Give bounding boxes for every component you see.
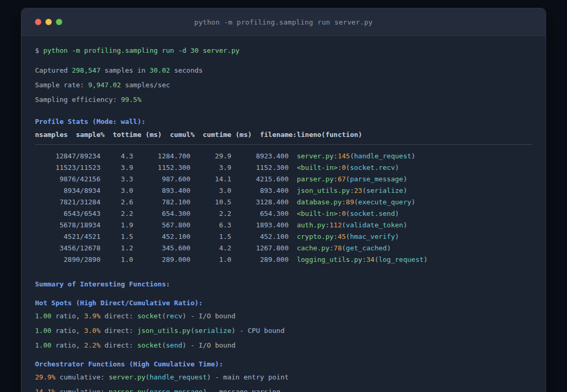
text-segment: 45 <box>338 233 346 240</box>
stats-row: 11523/11523 3.9 1152.300 3.9 1152.300 <b… <box>35 162 532 174</box>
text-segment: ratio, <box>51 327 84 335</box>
text-segment: ) <box>424 256 428 263</box>
hot-spot-line: 1.00 ratio, 2.2% direct: socket(send) - … <box>35 340 532 351</box>
text-segment: ) <box>403 187 407 194</box>
text-segment: direct: <box>100 312 137 320</box>
text-segment: ) <box>395 164 399 171</box>
text-segment: 9876/42156 3.3 987.600 14.1 4215.600 <box>35 175 297 183</box>
stats-column-header: nsamples sample% tottime (ms) cumul% cum… <box>35 129 532 141</box>
text-segment: serialize <box>194 327 231 335</box>
text-segment: nsamples sample% tottime (ms) cumul% cum… <box>35 131 362 139</box>
text-segment: : <box>333 152 338 160</box>
text-segment: 14.1% <box>35 388 55 392</box>
text-segment: serialize <box>366 187 403 194</box>
text-segment: ) <box>411 198 415 206</box>
sample-rate-line: Sample rate: 9,947.02 samples/sec <box>35 79 532 91</box>
profile-stats-heading: Profile Stats (Mode: wall): <box>35 116 532 128</box>
text-segment: 30.02 <box>149 66 170 74</box>
text-segment: 11523/11523 3.9 1152.300 3.9 1152.300 <box>35 164 297 171</box>
text-segment: samples in <box>100 66 149 74</box>
text-segment: json_utils.py <box>137 327 191 335</box>
text-segment: 2.2% <box>84 341 100 349</box>
text-segment: socket <box>137 312 162 320</box>
text-segment: socket <box>137 341 162 349</box>
desktop-background: python -m profiling.sampling run server.… <box>0 0 567 392</box>
text-segment: 8934/8934 3.0 893.400 3.0 893.400 <box>35 187 297 194</box>
text-segment: 9,947.02 <box>88 81 121 89</box>
text-segment: json_utils.py <box>297 187 350 194</box>
command-line: $ python -m profiling.sampling run -d 30… <box>35 45 532 56</box>
text-segment: 12847/89234 4.3 1284.700 29.9 8923.400 <box>35 152 297 160</box>
text-segment: execute_query <box>358 198 411 206</box>
orchestrator-line: 14.1% cumulative: parser.py(parse_messag… <box>35 386 532 392</box>
text-segment: 298,547 <box>72 66 100 74</box>
text-segment: hmac_verify <box>350 233 395 240</box>
text-segment: <built-in> <box>297 164 338 171</box>
minimize-button[interactable] <box>45 19 52 25</box>
text-segment: ( <box>362 187 366 194</box>
text-segment: ) <box>403 221 407 229</box>
text-segment: send <box>166 341 182 349</box>
text-segment: 112 <box>330 221 342 229</box>
text-segment: direct: <box>100 327 137 335</box>
text-segment: : <box>333 233 338 240</box>
efficiency-line: Sampling efficiency: 99.5% <box>35 94 532 106</box>
terminal-output: $ python -m profiling.sampling run -d 30… <box>35 45 532 392</box>
text-segment: parse_message <box>149 388 203 392</box>
text-segment: <built-in> <box>297 210 338 217</box>
maximize-button[interactable] <box>56 19 62 25</box>
text-segment: 145 <box>338 152 350 160</box>
text-segment: ) <box>387 244 391 252</box>
text-segment: ) <box>411 152 415 160</box>
summary-heading: Summary of Interesting Functions: <box>35 279 532 290</box>
text-segment: ( <box>342 221 346 229</box>
text-segment: ) <box>182 312 187 320</box>
text-segment: : <box>362 256 366 263</box>
text-segment: crypto.py <box>297 233 333 240</box>
text-segment: 5678/18934 1.9 567.800 6.3 1893.400 <box>35 221 297 229</box>
text-segment: 23 <box>354 187 362 194</box>
stats-row: 4521/4521 1.5 452.100 1.5 452.100 crypto… <box>35 231 532 243</box>
text-segment: - I/O bound <box>187 341 236 349</box>
terminal-body[interactable]: $ python -m profiling.sampling run -d 30… <box>21 36 546 392</box>
text-segment: 67 <box>338 175 346 183</box>
window-controls <box>35 19 77 25</box>
text-segment: 29.9% <box>35 373 55 381</box>
text-segment: 3.9% <box>84 312 100 320</box>
text-segment: - I/O bound <box>187 312 236 320</box>
text-segment: 89 <box>346 198 354 206</box>
text-segment: 99.5% <box>121 96 141 103</box>
text-segment: 3456/12678 1.2 345.600 4.2 1267.800 <box>35 244 297 252</box>
text-segment: handle_request <box>149 373 207 381</box>
text-segment: parser.py <box>297 175 333 183</box>
text-segment: 34 <box>366 256 375 263</box>
hot-spot-line: 1.00 ratio, 3.0% direct: json_utils.py(s… <box>35 325 532 337</box>
text-segment: ) <box>395 233 399 240</box>
terminal-window: python -m profiling.sampling run server.… <box>21 8 546 392</box>
close-button[interactable] <box>35 19 41 25</box>
text-segment: 1.00 <box>35 341 51 349</box>
text-segment: log_request <box>378 256 423 263</box>
text-segment: ( <box>162 312 166 320</box>
text-segment: logging_utils.py <box>297 256 362 263</box>
text-segment: ( <box>346 175 350 183</box>
text-segment: ) <box>395 210 399 217</box>
text-segment: ( <box>346 164 350 171</box>
text-segment: Profile Stats (Mode: wall): <box>35 118 145 125</box>
text-segment: ) <box>182 341 187 349</box>
text-segment: cache.py <box>297 244 330 252</box>
text-segment: Summary of Interesting Functions: <box>35 280 170 288</box>
text-segment: auth.py <box>297 221 326 229</box>
text-segment: parse_message <box>350 175 403 183</box>
text-segment: ( <box>145 388 149 392</box>
text-segment: ratio, <box>51 341 84 349</box>
text-segment: Orchestrator Functions (High Cumulative … <box>35 360 223 368</box>
text-segment: 0 <box>342 210 346 217</box>
stats-row: 8934/8934 3.0 893.400 3.0 893.400 json_u… <box>35 185 532 197</box>
text-segment: socket.recv <box>350 164 395 171</box>
title-bar[interactable]: python -m profiling.sampling run server.… <box>21 8 546 36</box>
text-segment: ) <box>203 388 207 392</box>
text-segment: seconds <box>170 66 203 74</box>
text-segment: ( <box>145 373 149 381</box>
text-segment: : <box>342 198 346 206</box>
